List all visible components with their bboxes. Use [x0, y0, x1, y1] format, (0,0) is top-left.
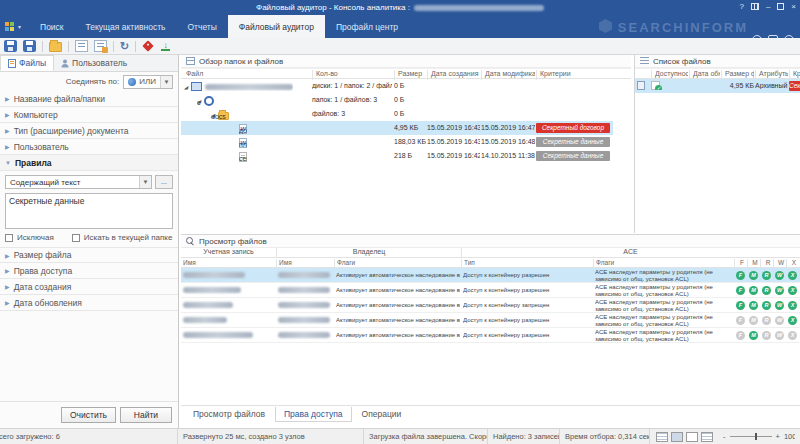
perm-r-icon: R	[762, 286, 771, 295]
open-folder-icon[interactable]	[49, 42, 62, 52]
group-ace[interactable]: ACE	[461, 248, 799, 258]
sidebar-tab-files[interactable]: Файлы	[0, 55, 54, 71]
search-current-folder-checkbox[interactable]	[72, 234, 80, 242]
perm-r-icon: R	[762, 271, 771, 280]
rule-text-input[interactable]: Секретные данные	[5, 193, 173, 229]
tree-row-disk-c[interactable]: ◢c папок: 1 / файлов: 3 0 Б	[181, 93, 631, 107]
expander-icon[interactable]: ◢	[184, 84, 188, 90]
file-preview-panel: Просмотр файлов Учетная запись Владелец …	[181, 234, 800, 428]
zoom-in-button[interactable]: +	[776, 432, 780, 441]
filter-section-creation-date[interactable]: ▶Дата создания	[0, 279, 178, 295]
perm-w-icon: W	[775, 316, 784, 325]
minimize-icon[interactable]: –	[766, 2, 770, 11]
magnifier-icon	[186, 237, 195, 246]
find-button[interactable]: Найти	[120, 407, 172, 423]
save-all-icon[interactable]	[23, 40, 36, 52]
col-perm-x[interactable]: X	[786, 259, 799, 268]
clear-button[interactable]: Очистить	[61, 407, 116, 423]
chevron-down-icon: ▼	[160, 76, 172, 88]
col-perm-f[interactable]: F	[734, 259, 747, 268]
app-menu-button[interactable]: ▾	[0, 15, 29, 38]
zoom-slider-thumb[interactable]	[755, 433, 757, 440]
col-ace-type[interactable]: Тип	[461, 259, 593, 268]
col-perm-r[interactable]: R	[760, 259, 773, 268]
expander-icon: ▶	[5, 95, 10, 102]
perm-r-icon: R	[762, 331, 771, 340]
col-owner-flags[interactable]: Флаги	[334, 259, 461, 268]
view-mode-tiles-icon[interactable]	[686, 432, 698, 442]
col-perm-w[interactable]: W	[773, 259, 786, 268]
refresh-icon[interactable]: ↻	[120, 40, 129, 52]
perm-x-icon: X	[788, 331, 797, 340]
zoom-out-button[interactable]: -	[723, 432, 726, 441]
group-account[interactable]: Учетная запись	[181, 248, 276, 258]
filter-section-user[interactable]: ▶Пользователь	[0, 139, 178, 155]
layout-icon[interactable]	[751, 3, 759, 10]
toolbar-separator	[42, 41, 43, 52]
filter-section-access-rights[interactable]: ▶Права доступа	[0, 263, 178, 279]
tab-file-auditor[interactable]: Файловый аудитор	[228, 15, 325, 38]
sidebar-tab-users[interactable]: Пользователь	[54, 55, 134, 71]
view-mode-details-icon[interactable]	[656, 432, 668, 442]
col-account-name[interactable]: Имя	[181, 259, 276, 268]
tab-operations[interactable]: Операции	[354, 407, 410, 422]
filter-section-rules[interactable]: ▼Правила	[0, 155, 178, 171]
filter-section-doc-type[interactable]: ▶Тип (расширение) документа	[0, 123, 178, 139]
sidebar-tab-users-label: Пользователь	[72, 58, 127, 68]
overview-panel-title: Обзор папок и файлов	[199, 57, 283, 66]
acl-row[interactable]: Активирует автоматическое наследование в…	[181, 313, 800, 328]
rule-condition-select[interactable]: Содержащий текст ▼	[5, 175, 152, 189]
file-list-row[interactable]: 4,95 КБ Архивный Секретный договор	[635, 79, 800, 93]
zoom-slider[interactable]	[730, 436, 772, 437]
tab-reports[interactable]: Отчеты	[176, 15, 227, 38]
group-owner[interactable]: Владелец	[276, 248, 461, 258]
help-icon[interactable]: ?	[739, 2, 743, 11]
report-icon[interactable]	[75, 40, 88, 52]
perm-m-icon: M	[749, 316, 758, 325]
redacted-owner	[278, 287, 330, 293]
close-icon[interactable]: ×	[791, 2, 796, 11]
view-mode-list-icon[interactable]	[671, 432, 683, 442]
brand-watermark: SEARCHINFORM	[618, 20, 748, 35]
status-expanded: Развернуто 25 мс, создано 3 узлов	[183, 432, 305, 441]
acl-row[interactable]: Активирует автоматическое наследование в…	[181, 298, 800, 313]
tab-current-activity[interactable]: Текущая активность	[75, 15, 177, 38]
tag-icon[interactable]	[143, 40, 154, 51]
tab-profile-center[interactable]: Профайл центр	[325, 15, 409, 38]
tree-row-computer[interactable]: ◢ диски: 1 / папок: 2 / файлов: 3 0 Б	[181, 79, 631, 93]
acl-row[interactable]: Активирует автоматическое наследование в…	[181, 328, 800, 343]
save-icon[interactable]	[4, 40, 17, 52]
col-ace-flags[interactable]: Флаги	[593, 259, 734, 268]
perm-f-icon: F	[736, 286, 745, 295]
tab-search[interactable]: Поиск	[29, 15, 75, 38]
join-by-select[interactable]: ИЛИ ▼	[123, 75, 173, 89]
file-row[interactable]: Wдоговор поставки.docx 4,95 КБ 15.05.201…	[181, 121, 613, 135]
rule-more-button[interactable]: ...	[155, 175, 173, 189]
report-settings-icon[interactable]	[94, 40, 107, 52]
redacted-computer-name	[205, 84, 293, 90]
perm-f-icon: F	[736, 271, 745, 280]
col-perm-m[interactable]: M	[747, 259, 760, 268]
view-mode-stack-icon[interactable]	[701, 432, 713, 442]
tree-row-folder-docs[interactable]: ◢docs файлов: 3 0 Б	[181, 107, 631, 121]
acl-row[interactable]: Активирует автоматическое наследование в…	[181, 268, 800, 283]
filter-section-update-date[interactable]: ▶Дата обновления	[0, 295, 178, 311]
acl-row[interactable]: Активирует автоматическое наследование в…	[181, 283, 800, 298]
filter-section-file-name[interactable]: ▶Название файла/папки	[0, 91, 178, 107]
exclude-checkbox[interactable]	[5, 234, 13, 242]
redacted-user-name	[414, 5, 544, 11]
criteria-badge: Секретные данные	[536, 137, 610, 147]
filter-section-file-size[interactable]: ▶Размер файла	[0, 247, 178, 263]
col-owner-name[interactable]: Имя	[276, 259, 334, 268]
file-row[interactable]: Wплан и годовой отчет.docx 188,03 КБ 15.…	[181, 135, 631, 149]
file-row[interactable]: секретный файл.txt 218 Б 15.05.2019 16:4…	[181, 149, 631, 163]
tab-access-rights[interactable]: Права доступа	[275, 407, 352, 422]
restore-icon[interactable]	[777, 3, 784, 10]
tab-file-preview[interactable]: Просмотр файлов	[185, 407, 273, 422]
expander-icon: ▶	[5, 111, 10, 118]
filter-section-computer[interactable]: ▶Компьютер	[0, 107, 178, 123]
app-grid-icon	[5, 22, 15, 32]
download-icon[interactable]: ↓	[161, 41, 170, 51]
criteria-badge: Секретный договор	[536, 123, 610, 133]
redacted-account	[183, 332, 253, 338]
